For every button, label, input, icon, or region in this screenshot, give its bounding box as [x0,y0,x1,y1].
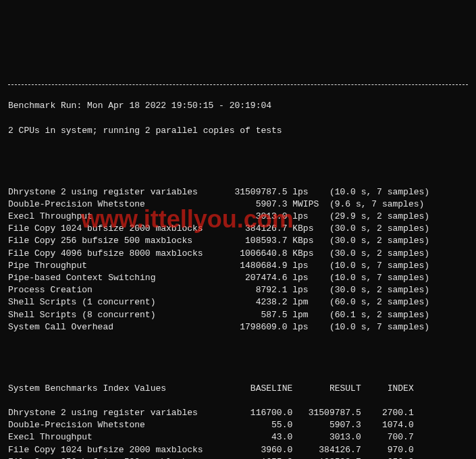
raw-results-block: Dhrystone 2 using register variables 315… [8,186,468,333]
raw-result-row: Shell Scripts (1 concurrent) 4238.2 lpm … [8,296,468,308]
raw-result-row: File Copy 256 bufsize 500 maxblocks 1085… [8,235,468,247]
index-result-row: File Copy 256 bufsize 500 maxblocks 1655… [8,456,468,459]
raw-result-row: Process Creation 8792.1 lps (30.0 s, 2 s… [8,284,468,296]
raw-result-row: Double-Precision Whetstone 5907.3 MWIPS … [8,198,468,211]
raw-result-row: File Copy 4096 bufsize 8000 maxblocks 10… [8,248,468,260]
index-result-row: Execl Throughput 43.0 3013.0 700.7 [8,431,468,443]
index-result-row: Dhrystone 2 using register variables 116… [8,407,468,419]
index-result-row: Double-Precision Whetstone 55.0 5907.3 1… [8,419,468,431]
raw-result-row: Execl Throughput 3013.0 lps (29.9 s, 2 s… [8,211,468,223]
top-rule [8,84,468,85]
index-results-block: Dhrystone 2 using register variables 116… [8,407,468,459]
raw-result-row: Shell Scripts (8 concurrent) 587.5 lpm (… [8,309,468,321]
blank [8,149,468,161]
index-header: System Benchmarks Index Values BASELINE … [8,383,468,395]
cpu-header: 2 CPUs in system; running 2 parallel cop… [8,125,468,137]
blank [8,358,468,370]
raw-result-row: Pipe-based Context Switching 207474.6 lp… [8,272,468,284]
index-result-row: File Copy 1024 bufsize 2000 maxblocks 39… [8,444,468,456]
raw-result-row: Pipe Throughput 1480684.9 lps (10.0 s, 7… [8,260,468,272]
raw-result-row: Dhrystone 2 using register variables 315… [8,186,468,198]
raw-result-row: System Call Overhead 1798609.0 lps (10.0… [8,321,468,333]
raw-result-row: File Copy 1024 bufsize 2000 maxblocks 38… [8,223,468,235]
run-header: Benchmark Run: Mon Apr 18 2022 19:50:15 … [8,100,468,112]
